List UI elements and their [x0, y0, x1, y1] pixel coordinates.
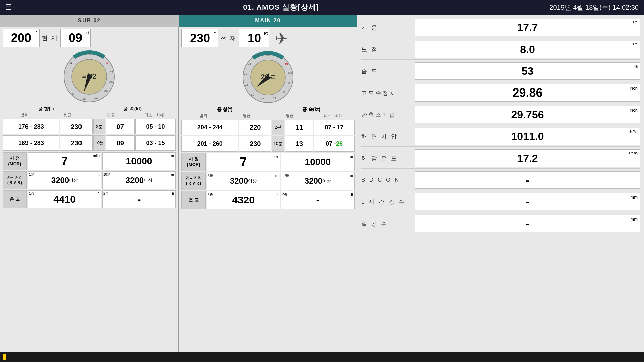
sub02-wind-dir-box: 200 ° — [3, 29, 40, 47]
main20-mor-m-unit: m — [350, 154, 353, 158]
main20-2min-spd-range: 07 - 17 — [314, 120, 355, 135]
sub02-10min-spd-range: 03 - 15 — [135, 135, 176, 151]
sub02-rvr-1min-unit: m — [97, 173, 100, 177]
main20-10min-spd-avg: 13 — [285, 136, 313, 152]
main20-rvr-label: 가시거리(ＲＶＲ) — [181, 172, 206, 190]
svg-text:18: 18 — [66, 82, 69, 86]
svg-text:33: 33 — [98, 55, 102, 58]
main20-10min-label: 10분 — [272, 136, 284, 152]
sub02-2min-label: 2분 — [93, 119, 105, 134]
sub02-mor-m: m 10000 — [102, 152, 176, 170]
sub02-rvr-10min: 10분 m 3200이상 — [102, 171, 176, 189]
main20-range-label: 범위 — [181, 113, 225, 119]
svg-text:36: 36 — [106, 61, 109, 65]
main20-wind-dir-label: 풍 향(°) — [181, 107, 268, 113]
right-unit-1: ℃ — [633, 42, 638, 47]
sub02-mor-label: 시 정(MOR) — [3, 152, 27, 170]
right-row-1: 노 점 ℃ 8.0 — [361, 39, 640, 60]
sub02-wind-top: 200 ° 현 재 09 kt — [3, 29, 176, 47]
right-label-5: 해 면 기 압 — [361, 133, 415, 140]
main20-wind-speed-box: 10 kt — [239, 29, 269, 47]
main20-cloud-1-label: 1층 — [208, 192, 213, 197]
sub02-wind-spd-label: 풍 속(kt) — [89, 106, 176, 112]
right-label-8: 1 시 간 강 수 — [361, 198, 415, 206]
main20-cloud-1-unit: ft — [276, 192, 278, 196]
bottom-bar — [0, 352, 644, 362]
svg-text:18: 18 — [245, 83, 248, 86]
sub02-rvr-label: 가시거리(ＲＶＲ) — [3, 171, 27, 189]
menu-icon[interactable]: ☰ — [5, 3, 12, 12]
right-value-8: mm - — [415, 193, 640, 210]
sub02-wind-dir-label: 풍 향(°) — [3, 106, 89, 112]
left-panel: SUB 02 MAIN 20 200 ° 현 재 09 kt — [0, 15, 357, 352]
main20-avg-label2: 평균 — [268, 113, 311, 119]
sub02-10min-dir-range: 169 - 283 — [3, 135, 59, 151]
sub02-minmax-label: 최소 - 최대 — [132, 112, 176, 118]
sub02-10min-dir-avg: 230 — [60, 135, 93, 151]
right-label-6: 체 감 온 도 — [361, 155, 415, 162]
right-label-3: 고도수정치 — [361, 89, 415, 97]
right-value-3: inch 29.86 — [415, 84, 640, 102]
right-row-3: 고도수정치 inch 29.86 — [361, 83, 640, 103]
right-row-0: 기 온 ℃ 17.7 — [361, 17, 640, 38]
right-unit-6: ℃/S — [629, 151, 638, 156]
svg-text:09: 09 — [104, 89, 108, 93]
right-unit-9: mm — [630, 217, 638, 222]
sub02-column: 200 ° 현 재 09 kt — [0, 27, 179, 352]
sub02-hyunjai: 현 재 — [42, 34, 58, 42]
main20-10min-spd-green: 26 — [336, 140, 343, 147]
tab-sub02[interactable]: SUB 02 — [0, 15, 179, 27]
svg-text:36: 36 — [285, 62, 288, 65]
main20-cloud-label: 운 고 — [181, 191, 206, 209]
right-value-5: hPa 1011.0 — [415, 128, 640, 145]
main-layout: SUB 02 MAIN 20 200 ° 현 재 09 kt — [0, 15, 644, 352]
svg-text:21: 21 — [244, 72, 247, 75]
right-row-6: 체 감 온 도 ℃/S 17.2 — [361, 148, 640, 169]
right-value-6: ℃/S 17.2 — [415, 149, 640, 167]
bottom-indicator — [3, 354, 6, 360]
right-panel: 기 온 ℃ 17.7 노 점 ℃ 8.0 습 도 % 53 고도수정치 — [357, 15, 644, 352]
main20-wind-top: 230 ° 현 재 10 kt ✈ — [181, 29, 355, 48]
main20-rvr-10min-unit: m — [350, 173, 353, 177]
svg-text:30: 30 — [88, 53, 91, 56]
sub02-rvr-1min-label: 1분 — [29, 172, 34, 177]
main20-cloud-2-unit: ft — [351, 192, 353, 196]
sub02-range-label: 범위 — [3, 112, 46, 118]
right-row-2: 습 도 % 53 — [361, 61, 640, 81]
right-label-7: S D C O N — [361, 177, 415, 183]
right-unit-3: inch — [630, 86, 638, 91]
main20-compass-container: 20 ≡ 30 33 36 03 06 09 12 15 60 18 21 24… — [181, 49, 355, 106]
header-title: 01. AMOS 실황[상세] — [243, 2, 319, 12]
right-unit-2: % — [634, 64, 638, 69]
tab-main20[interactable]: MAIN 20 — [179, 15, 358, 27]
right-value-9: mm - — [415, 215, 640, 232]
right-unit-5: hPa — [630, 129, 638, 134]
aircraft-icon: ✈ — [275, 29, 288, 48]
main20-wind-dir-unit: ° — [214, 31, 216, 36]
sub02-rvr-10min-unit: m — [171, 173, 174, 177]
svg-text:03: 03 — [288, 71, 292, 75]
main20-2min-dir-avg: 220 — [239, 120, 271, 135]
right-unit-4: inch — [630, 108, 638, 113]
sub02-cloud-label: 운 고 — [3, 190, 27, 208]
main20-wind-dir-value: 230 — [190, 31, 210, 45]
columns: 200 ° 현 재 09 kt — [0, 27, 357, 352]
svg-text:27: 27 — [77, 54, 81, 57]
main20-mor-mile-unit: mile — [272, 154, 278, 158]
sub02-10min-label: 10분 — [93, 135, 105, 151]
main20-mor-m: m 10000 — [281, 153, 355, 171]
right-value-2: % 53 — [415, 62, 640, 80]
main20-hyunjai: 현 재 — [220, 34, 237, 42]
right-value-4: inch 29.756 — [415, 106, 640, 123]
sub02-mor-m-unit: m — [171, 154, 174, 158]
right-label-0: 기 온 — [361, 24, 415, 32]
main20-rvr-1min-unit: m — [275, 173, 278, 177]
main20-compass: 20 ≡ 30 33 36 03 06 09 12 15 60 18 21 24… — [239, 49, 297, 106]
sub02-compass: ≡ 02 30 33 36 03 06 09 12 15 60 18 21 24 — [61, 48, 118, 105]
svg-text:15: 15 — [261, 98, 264, 101]
sub02-avg-label: 평균 — [46, 112, 89, 118]
right-row-9: 일 강 수 mm - — [361, 214, 640, 234]
right-row-4: 관측소기압 inch 29.756 — [361, 105, 640, 125]
main20-cloud-1: 1층 ft 4320 — [207, 191, 280, 209]
sub02-cloud-2: 2층 ft - — [102, 190, 176, 208]
